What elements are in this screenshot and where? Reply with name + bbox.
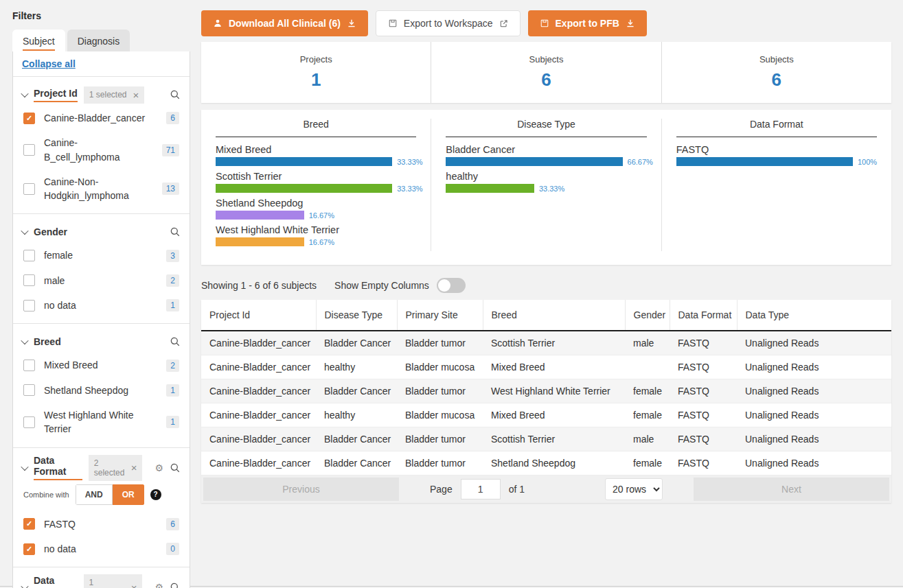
showing-count-text: Showing 1 - 6 of 6 subjects xyxy=(201,280,317,291)
chart-bar-row: West Highland White Terrier 16.67% xyxy=(216,224,416,246)
chart-breed: Breed Mixed Breed 33.33% Scottish Terrie… xyxy=(201,119,431,251)
filter-tabs: Subject Diagnosis xyxy=(12,30,190,51)
table-row[interactable]: Canine-Bladder_cancerBladder CancerBladd… xyxy=(201,331,891,355)
chart-bar-row: Mixed Breed 33.33% xyxy=(216,144,416,166)
filter-option[interactable]: male 2 xyxy=(22,268,181,293)
tab-diagnosis-label: Diagnosis xyxy=(78,36,119,47)
chart-disease-type: Disease Type Bladder Cancer 66.67% healt… xyxy=(431,119,661,251)
table-row[interactable]: Canine-Bladder_cancerhealthyBladder muco… xyxy=(201,355,891,379)
checkbox-unchecked[interactable] xyxy=(23,144,35,156)
clear-filter-icon[interactable]: × xyxy=(131,462,137,473)
bar-value-label: 100% xyxy=(858,158,877,166)
page: Filters Subject Diagnosis Collapse all P… xyxy=(0,0,903,587)
column-header-data-format[interactable]: Data Format xyxy=(670,300,737,331)
column-header-project-id[interactable]: Project Id xyxy=(201,300,316,331)
cell: healthy xyxy=(316,355,397,379)
checkbox-checked[interactable] xyxy=(23,113,35,124)
download-all-clinical-button[interactable]: Download All Clinical (6) xyxy=(201,10,368,36)
download-icon xyxy=(626,19,635,28)
option-count-badge: 6 xyxy=(166,518,179,530)
chevron-down-icon[interactable] xyxy=(21,583,28,588)
show-empty-columns-toggle[interactable] xyxy=(437,278,466,293)
chevron-down-icon[interactable] xyxy=(21,462,28,470)
filter-section-title[interactable]: Breed xyxy=(34,336,61,347)
checkbox-unchecked[interactable] xyxy=(23,416,35,428)
bar-category-label: Shetland Sheepdog xyxy=(216,198,416,209)
summary-value: 6 xyxy=(772,69,781,91)
search-icon[interactable] xyxy=(170,226,181,237)
or-button[interactable]: OR xyxy=(113,484,144,505)
filter-option[interactable]: FASTQ 6 xyxy=(22,512,181,537)
cell: Canine-Bladder_cancer xyxy=(201,331,316,355)
filter-option[interactable]: no data 0 xyxy=(22,537,181,561)
filter-option[interactable]: Shetland Sheepdog 1 xyxy=(22,378,181,403)
column-header-gender[interactable]: Gender xyxy=(625,300,670,331)
option-label: FASTQ xyxy=(44,517,157,531)
option-label: Canine-Bladder_cancer xyxy=(44,111,157,125)
chevron-down-icon[interactable] xyxy=(21,337,28,344)
filter-option[interactable]: Canine-B_cell_lymphoma 71 xyxy=(22,130,181,169)
filter-option[interactable]: no data 1 xyxy=(22,293,181,318)
checkbox-unchecked[interactable] xyxy=(23,360,35,371)
cell: Bladder Cancer xyxy=(316,379,397,403)
clear-filter-icon[interactable]: × xyxy=(131,583,137,588)
table-row[interactable]: Canine-Bladder_cancerBladder CancerBladd… xyxy=(201,427,891,451)
rows-per-page-select[interactable]: 20 rows xyxy=(605,478,663,500)
checkbox-unchecked[interactable] xyxy=(23,300,35,311)
summary-label: Projects xyxy=(300,54,332,64)
cell: Bladder tumor xyxy=(397,331,483,355)
chart-bar-row: Bladder Cancer 66.67% xyxy=(446,144,646,166)
export-to-pfb-button[interactable]: Export to PFB xyxy=(528,10,647,36)
checkbox-checked[interactable] xyxy=(23,543,35,555)
export-to-workspace-label: Export to Workspace xyxy=(404,18,493,29)
bar xyxy=(216,237,304,246)
gear-icon[interactable]: ⚙ xyxy=(155,583,163,588)
main-content: Download All Clinical (6) Export to Work… xyxy=(201,5,891,503)
cell: Unaligned Reads xyxy=(737,403,891,427)
filter-option[interactable]: Canine-Non-Hodgkin_lymphoma 13 xyxy=(22,169,181,209)
previous-page-button[interactable]: Previous xyxy=(203,478,399,501)
page-number-input[interactable] xyxy=(461,479,501,499)
checkbox-unchecked[interactable] xyxy=(23,274,35,286)
filter-section-title[interactable]: Project Id xyxy=(34,88,78,102)
next-page-button[interactable]: Next xyxy=(694,478,889,501)
tab-subject[interactable]: Subject xyxy=(12,30,65,51)
column-header-disease-type[interactable]: Disease Type xyxy=(316,300,397,331)
bar-value-label: 33.33% xyxy=(397,185,422,193)
table-row[interactable]: Canine-Bladder_cancerBladder CancerBladd… xyxy=(201,451,891,475)
column-header-breed[interactable]: Breed xyxy=(483,300,625,331)
table-row[interactable]: Canine-Bladder_cancerBladder CancerBladd… xyxy=(201,379,891,403)
filter-section-title[interactable]: Data Type xyxy=(34,575,78,588)
checkbox-checked[interactable] xyxy=(23,518,35,530)
search-icon[interactable] xyxy=(170,582,181,588)
clear-filter-icon[interactable]: × xyxy=(133,90,139,100)
option-count-badge: 0 xyxy=(166,543,179,555)
checkbox-unchecked[interactable] xyxy=(23,384,35,396)
checkbox-unchecked[interactable] xyxy=(23,250,35,261)
filter-option[interactable]: female 3 xyxy=(22,243,181,268)
cell: FASTQ xyxy=(670,427,737,451)
filter-option[interactable]: Mixed Breed 2 xyxy=(22,353,181,377)
cell: Bladder tumor xyxy=(397,451,483,475)
search-icon[interactable] xyxy=(170,462,181,473)
filter-section-title[interactable]: Data Format xyxy=(34,455,82,480)
help-icon[interactable]: ? xyxy=(150,489,161,500)
column-header-data-type[interactable]: Data Type xyxy=(737,300,891,331)
filter-option[interactable]: Canine-Bladder_cancer 6 xyxy=(22,106,181,130)
chevron-down-icon[interactable] xyxy=(21,90,28,97)
checkbox-unchecked[interactable] xyxy=(23,183,35,195)
summary-subjects-2: Subjects 6 xyxy=(661,42,891,103)
table-row[interactable]: Canine-Bladder_cancerhealthyBladder muco… xyxy=(201,403,891,427)
gear-icon[interactable]: ⚙ xyxy=(155,463,163,473)
filter-section-title[interactable]: Gender xyxy=(34,226,67,237)
filter-option[interactable]: West Highland White Terrier 1 xyxy=(22,403,181,442)
and-button[interactable]: AND xyxy=(76,484,113,505)
chevron-down-icon[interactable] xyxy=(21,227,28,235)
search-icon[interactable] xyxy=(170,336,181,347)
column-header-primary-site[interactable]: Primary Site xyxy=(397,300,483,331)
cell: Shetland Sheepdog xyxy=(483,451,625,475)
tab-diagnosis[interactable]: Diagnosis xyxy=(67,30,130,51)
export-to-workspace-button[interactable]: Export to Workspace xyxy=(376,10,521,36)
collapse-all-link[interactable]: Collapse all xyxy=(22,58,76,69)
search-icon[interactable] xyxy=(170,89,181,100)
